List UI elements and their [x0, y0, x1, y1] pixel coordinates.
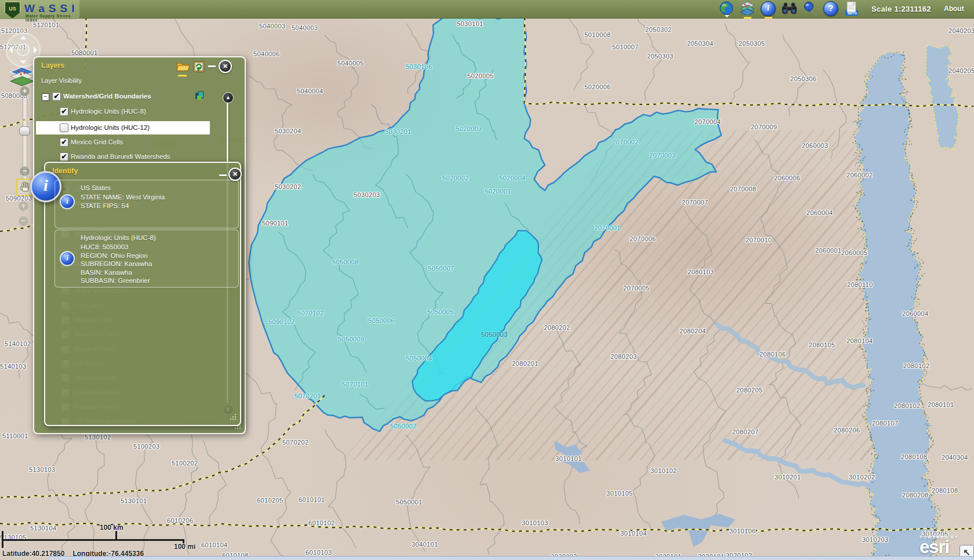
zoom-in-secondary-button[interactable]: +: [18, 201, 29, 212]
huc-label: 2060001: [815, 247, 842, 254]
group-label: Watershed/Grid Boundaries: [63, 93, 151, 100]
esri-attribution: POWERED BY esri: [920, 534, 958, 555]
pan-north-icon[interactable]: [20, 32, 27, 39]
huc-label: 2050306: [790, 75, 817, 82]
zoom-out-button[interactable]: −: [19, 166, 30, 177]
layer-row-huc12-selected[interactable]: Hydrologic Units (HUC-12): [36, 121, 210, 134]
svg-text:META: META: [848, 12, 857, 15]
huc-label: 2080103: [688, 268, 714, 275]
zoom-in-button[interactable]: +: [19, 86, 30, 97]
huc-label: 3010202: [849, 474, 875, 481]
huc-label: 5030202: [275, 183, 301, 190]
basemap-globe-icon[interactable]: [719, 1, 735, 18]
zoom-out-secondary-button[interactable]: −: [18, 216, 29, 227]
huc-label: 6010102: [308, 519, 335, 526]
result-line: STATE FIPS: 54: [81, 202, 238, 210]
globe-dropdown-caret-icon[interactable]: [725, 15, 729, 20]
help-icon[interactable]: ?: [823, 1, 839, 18]
huc-label: 2070004: [695, 118, 721, 125]
huc-label: 2080102: [894, 402, 921, 409]
search-binoculars-icon[interactable]: [782, 1, 797, 18]
huc-label: 2040205: [948, 67, 974, 74]
legend-swatch-icon[interactable]: [195, 91, 205, 103]
close-button[interactable]: ✕: [219, 60, 232, 73]
info-icon[interactable]: i: [60, 194, 75, 209]
huc-label: 6010103: [306, 549, 332, 556]
huc-label: 2070003: [649, 152, 676, 159]
identify-minimize-button[interactable]: [219, 174, 227, 176]
huc-label: 5140102: [5, 340, 31, 347]
collapse-group-icon[interactable]: −: [42, 93, 49, 101]
huc-label: 5130104: [30, 525, 57, 532]
info-icon[interactable]: i: [60, 251, 75, 266]
huc-label: 3010102: [650, 467, 677, 474]
huc-label: 2080203: [610, 353, 637, 360]
mexico-grid-checkbox[interactable]: ✔: [60, 138, 68, 147]
minimize-button[interactable]: [208, 66, 216, 67]
huc-label: 2070005: [623, 285, 650, 292]
huc-label: 3010104: [620, 530, 647, 537]
huc-label: 2050304: [687, 40, 714, 47]
huc8-checkbox[interactable]: ✔: [60, 107, 68, 116]
identify-active-indicator: [765, 17, 772, 19]
identify-panel-title: Identify: [52, 167, 78, 175]
huc-label: 5040003: [259, 23, 286, 30]
import-clipboard-icon[interactable]: [192, 60, 205, 75]
huc-label: 5050005: [427, 308, 454, 315]
scroll-up-icon[interactable]: ▲: [223, 92, 234, 103]
huc-label: 5050001: [396, 499, 423, 506]
huc-label: 5030204: [275, 128, 301, 134]
huc-label: 2080108: [932, 487, 958, 494]
metadata-icon[interactable]: META: [844, 1, 860, 18]
identify-tool-icon[interactable]: i: [761, 1, 776, 18]
identify-result-huc8: Hydrologic Units (HUC-8) i HUC8: 5050003…: [54, 230, 239, 288]
rwanda-burundi-checkbox[interactable]: ✔: [60, 152, 68, 161]
huc-label: 5020003: [456, 125, 482, 132]
group-checkbox[interactable]: ✔: [52, 92, 61, 101]
huc-label: 2050305: [739, 40, 765, 47]
scalebar-mi-label: 100 mi: [174, 543, 195, 551]
huc-label: 2080102: [903, 362, 930, 369]
huc-label: 5040003: [292, 24, 318, 31]
huc-label: 5020006: [584, 83, 611, 90]
open-folder-icon[interactable]: [176, 60, 190, 77]
huc-label: 3010106: [729, 528, 756, 534]
pan-west-icon[interactable]: [6, 46, 13, 53]
huc-label: 2050302: [645, 26, 672, 33]
huc-label: 2080201: [512, 360, 539, 367]
huc-label: 2080101: [928, 401, 954, 408]
huc-label: 5050009: [338, 336, 365, 343]
pushpin-icon[interactable]: [802, 1, 818, 18]
pan-east-icon[interactable]: [34, 46, 41, 53]
huc-label: 2080104: [846, 337, 873, 344]
horizontal-scrollbar[interactable]: [50, 556, 974, 560]
layers-tool-icon[interactable]: [740, 1, 755, 18]
huc12-checkbox[interactable]: [60, 123, 68, 132]
scalebar-tick-left: [2, 531, 3, 548]
toolbar: i ? META: [719, 1, 860, 18]
about-link[interactable]: About: [944, 5, 964, 13]
huc-label: 3010101: [555, 455, 582, 462]
pan-center-icon[interactable]: [17, 43, 30, 56]
huc-label: 2080110: [847, 281, 873, 288]
identify-resize-grip[interactable]: [230, 413, 237, 420]
huc-label: 2040203: [948, 27, 974, 34]
huc-label: 2080107: [872, 420, 899, 427]
huc-label: 6010205: [257, 497, 284, 504]
scalebar-tick-km: [115, 531, 117, 540]
huc-label: 5090101: [262, 220, 289, 227]
huc-label: 5090102: [268, 318, 295, 325]
zoom-slider-handle[interactable]: [19, 126, 30, 136]
identify-close-button[interactable]: ✕: [228, 168, 242, 181]
huc-label: 5030203: [354, 191, 380, 198]
identify-result-us-states: US States i STATE NAME: West VirginiaSTA…: [54, 180, 239, 228]
huc-label: 5110001: [2, 432, 28, 439]
huc-label: 2070001: [594, 224, 621, 231]
huc-label: 5020001: [485, 188, 511, 195]
huc-label: 2060006: [774, 174, 801, 181]
huc-label: 5040006: [253, 50, 280, 57]
huc-label: 5070102: [297, 310, 324, 317]
result-line: SUBREGION: Kanawha: [81, 260, 238, 268]
huc-label: 5010008: [584, 31, 611, 38]
huc-label: 5050003: [481, 331, 508, 338]
